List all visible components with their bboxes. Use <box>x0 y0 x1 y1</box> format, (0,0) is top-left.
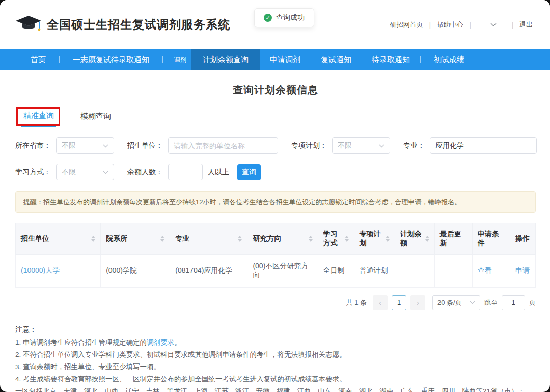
province-select[interactable]: 不限 <box>56 137 114 154</box>
nav-item-admission-notice[interactable]: 待录取通知 <box>362 49 420 70</box>
sort-icon[interactable] <box>425 236 429 242</box>
balance-count-input[interactable] <box>168 164 203 180</box>
user-menu-chevron[interactable] <box>475 23 508 26</box>
nav-item-apply-adjust[interactable]: 申请调剂 <box>260 49 311 70</box>
notes-title: 注意： <box>15 323 536 335</box>
study-mode-select[interactable]: 不限 <box>56 164 114 180</box>
col-label: 院系所 <box>106 234 127 243</box>
jump-page-input[interactable] <box>502 295 525 310</box>
app-title: 全国硕士生招生复试调剂服务系统 <box>47 17 230 33</box>
app-window: 全国硕士生招生复试调剂服务系统 ✓ 查询成功 研招网首页 | 帮助中心 | | … <box>0 0 550 392</box>
tab-precise-query[interactable]: 精准查询 <box>21 105 56 127</box>
cell-direction: (00)不区分研究方向 <box>248 255 318 288</box>
col-label: 学习方式 <box>323 230 342 248</box>
col-direction[interactable]: 研究方向 <box>248 223 318 255</box>
field-province: 所在省市： 不限 <box>15 137 114 154</box>
unit-input[interactable] <box>168 137 278 154</box>
divider: | <box>470 21 471 29</box>
search-button[interactable]: 查询 <box>237 164 261 180</box>
col-balance[interactable]: 计划余额 <box>395 223 434 255</box>
current-page-button[interactable]: 1 <box>392 295 406 310</box>
prev-page-button[interactable]: ‹ <box>373 295 388 310</box>
field-study-mode: 学习方式： 不限 <box>15 164 114 180</box>
nav-item-plan-balance-active[interactable]: 计划余额查询 <box>191 49 260 70</box>
note-line-2: 2. 不符合招生单位调入专业学科门类要求、初试科目要求或其他调剂申请条件的考生，… <box>15 349 536 361</box>
chevron-down-icon <box>490 23 497 26</box>
cell-dept: (000)学院 <box>101 255 170 288</box>
link-logout[interactable]: 退出 <box>517 20 535 30</box>
search-form-row-1: 所在省市： 不限 招生单位： 专项计划： 不限 专业： <box>15 137 536 154</box>
table-row: (10000)大学 (000)学院 (081704)应用化学 (00)不区分研究… <box>16 255 536 288</box>
col-major[interactable]: 专业 <box>170 223 248 255</box>
study-mode-select-value: 不限 <box>62 167 103 177</box>
study-mode-label: 学习方式： <box>15 167 51 177</box>
field-unit: 招生单位： <box>127 137 278 154</box>
link-help-center[interactable]: 帮助中心 <box>435 20 465 30</box>
nav-item-home[interactable]: 首页 <box>17 49 59 70</box>
jump-suffix: 页 <box>529 298 536 307</box>
tab-fuzzy-query[interactable]: 模糊查询 <box>78 106 113 127</box>
search-form-row-2: 学习方式： 不限 余额人数： 人以上 查询 <box>15 164 536 180</box>
sort-icon[interactable] <box>386 236 390 242</box>
sort-icon[interactable] <box>91 236 95 242</box>
col-label: 操作 <box>515 234 530 243</box>
sort-icon[interactable] <box>345 236 349 242</box>
nav-item-first-choice-notice[interactable]: 一志愿复试待录取通知 <box>60 49 162 70</box>
unit-label: 招生单位： <box>127 141 163 150</box>
notes-section: 注意： 1. 申请调剂考生应符合招生管理规定确定的调剂要求。 2. 不符合招生单… <box>15 323 536 392</box>
cell-unit-link[interactable]: (10000)大学 <box>16 255 101 288</box>
province-select-value: 不限 <box>62 141 103 150</box>
cell-updated <box>434 255 472 288</box>
province-label: 所在省市： <box>15 141 51 150</box>
check-circle-icon: ✓ <box>264 14 272 22</box>
notice-bar: 提醒：招生单位发布的调剂计划余额每次更新后将至少持续12小时，请各位考生结合各招… <box>15 191 536 213</box>
next-page-button[interactable]: › <box>410 295 425 310</box>
note-line-4: 4. 考生成绩要符合教育部按照一区、二区制定并公布的参加全国统一考试考生进入复试… <box>15 373 536 385</box>
sort-icon[interactable] <box>309 236 313 242</box>
page-size-select[interactable]: 20 条/页 <box>432 295 480 310</box>
pagination: 共 1 条 ‹ 1 › 20 条/页 跳至 页 <box>15 295 536 310</box>
results-table: 招生单位 院系所 专业 研究方向 学习方式 专项计划 计划余额 最后更新 申请条… <box>15 223 536 288</box>
toast-success: ✓ 查询成功 <box>254 8 314 27</box>
nav-group-label: 调剂 <box>163 49 191 70</box>
adjust-requirements-link[interactable]: 调剂要求 <box>147 339 174 346</box>
col-label: 专项计划 <box>360 230 382 248</box>
special-plan-select[interactable]: 不限 <box>332 137 390 154</box>
col-condition: 申请条件 <box>472 223 510 255</box>
col-dept[interactable]: 院系所 <box>101 223 170 255</box>
chevron-down-icon <box>103 144 108 148</box>
sort-icon[interactable] <box>238 236 242 242</box>
apply-link[interactable]: 申请 <box>510 255 535 288</box>
col-mode[interactable]: 学习方式 <box>318 223 354 255</box>
page-size-value: 20 条/页 <box>437 298 470 307</box>
special-plan-label: 专项计划： <box>291 141 327 150</box>
divider: | <box>512 21 513 29</box>
sort-icon[interactable] <box>160 236 164 242</box>
view-condition-link[interactable]: 查看 <box>472 255 510 288</box>
header: 全国硕士生招生复试调剂服务系统 ✓ 查询成功 研招网首页 | 帮助中心 | | … <box>0 0 550 49</box>
col-updated: 最后更新 <box>434 223 472 255</box>
col-label: 研究方向 <box>253 234 281 243</box>
jump-label: 跳至 <box>484 298 498 307</box>
col-label: 计划余额 <box>400 230 422 248</box>
note-1-text: 1. 申请调剂考生应符合招生管理规定确定的 <box>15 339 147 346</box>
major-input[interactable] <box>430 137 537 154</box>
cell-balance <box>395 255 434 288</box>
note-line-1: 1. 申请调剂考生应符合招生管理规定确定的调剂要求。 <box>15 337 536 349</box>
col-plan[interactable]: 专项计划 <box>354 223 395 255</box>
table-header-row: 招生单位 院系所 专业 研究方向 学习方式 专项计划 计划余额 最后更新 申请条… <box>16 223 536 255</box>
col-label: 专业 <box>175 234 189 243</box>
special-plan-select-value: 不限 <box>338 141 379 150</box>
main-content: 查询计划余额信息 精准查询 模糊查询 所在省市： 不限 招生单位： 专项计划： <box>0 83 550 392</box>
col-label: 最后更新 <box>440 230 467 248</box>
chevron-down-icon <box>379 144 384 148</box>
link-site-home[interactable]: 研招网首页 <box>388 20 425 30</box>
col-unit[interactable]: 招生单位 <box>16 223 101 255</box>
graduation-cap-icon <box>15 15 42 35</box>
chevron-down-icon <box>103 171 108 174</box>
note-line-3: 3. 查询余额时，招生单位、专业至少填写一项。 <box>15 361 536 373</box>
nav-item-initial-score[interactable]: 初试成绩 <box>421 49 478 70</box>
query-tabs: 精准查询 模糊查询 <box>15 105 536 127</box>
nav-item-retest-notice[interactable]: 复试通知 <box>311 49 362 70</box>
main-nav: 首页 一志愿复试待录取通知 调剂 计划余额查询 申请调剂 复试通知 待录取通知 … <box>0 49 550 70</box>
